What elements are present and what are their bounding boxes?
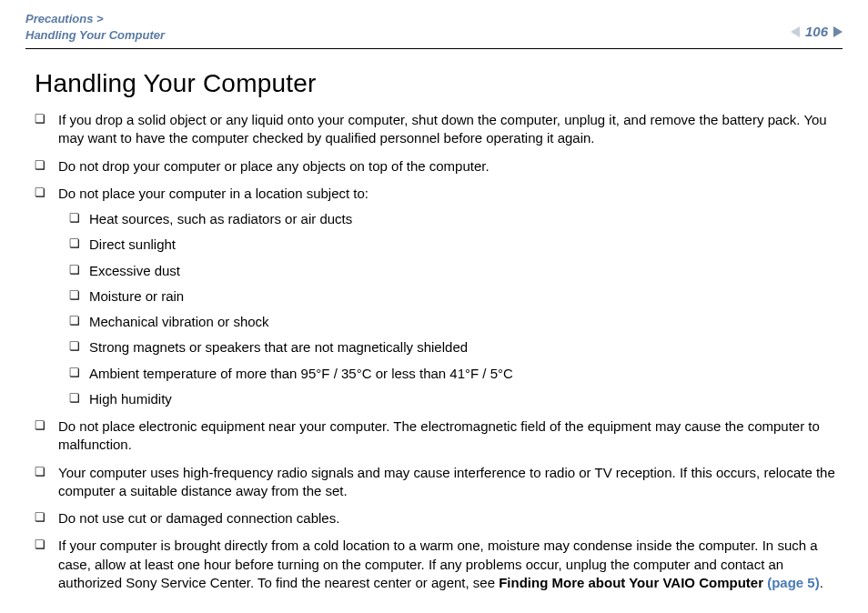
sub-list-item: Mechanical vibration or shock bbox=[89, 313, 837, 331]
sub-list-item: Strong magnets or speakers that are not … bbox=[89, 338, 837, 357]
item-text: If you drop a solid object or any liquid… bbox=[58, 112, 827, 146]
page-nav: 106 bbox=[791, 24, 843, 39]
document-page: Precautions > Handling Your Computer 106… bbox=[0, 0, 868, 613]
sub-list-item: Ambient temperature of more than 95°F / … bbox=[89, 365, 837, 383]
sub-list-item: Heat sources, such as radiators or air d… bbox=[89, 210, 837, 228]
list-item: Your computer uses high-frequency radio … bbox=[55, 464, 837, 501]
breadcrumb-page: Handling Your Computer bbox=[25, 27, 165, 44]
page-header: Precautions > Handling Your Computer 106 bbox=[25, 11, 843, 49]
content-area: Handling Your Computer If you drop a sol… bbox=[25, 69, 843, 592]
sub-list-item: Direct sunlight bbox=[89, 236, 837, 254]
item-text: Do not place your computer in a location… bbox=[58, 186, 368, 201]
sub-list-item: Excessive dust bbox=[89, 262, 837, 280]
breadcrumb-section: Precautions > bbox=[25, 11, 165, 27]
sub-list-item: Moisture or rain bbox=[89, 287, 837, 306]
next-page-icon[interactable] bbox=[833, 26, 843, 37]
list-item: If your computer is brought directly fro… bbox=[55, 537, 837, 592]
item-text-post: . bbox=[820, 575, 823, 590]
precautions-list: If you drop a solid object or any liquid… bbox=[35, 111, 837, 592]
page-title: Handling Your Computer bbox=[35, 69, 837, 98]
page-number: 106 bbox=[805, 24, 828, 39]
item-text: Do not drop your computer or place any o… bbox=[58, 158, 490, 174]
item-text: Do not use cut or damaged connection cab… bbox=[58, 510, 339, 526]
prev-page-icon[interactable] bbox=[791, 26, 800, 37]
item-text: Your computer uses high-frequency radio … bbox=[58, 465, 835, 498]
list-item: If you drop a solid object or any liquid… bbox=[55, 111, 837, 148]
sub-list: Heat sources, such as radiators or air d… bbox=[58, 210, 837, 408]
list-item: Do not place your computer in a location… bbox=[55, 185, 837, 408]
bold-text: Finding More about Your VAIO Computer bbox=[499, 575, 767, 590]
list-item: Do not use cut or damaged connection cab… bbox=[55, 509, 837, 528]
page-link[interactable]: (page 5) bbox=[767, 575, 820, 590]
item-text: Do not place electronic equipment near y… bbox=[58, 418, 820, 452]
list-item: Do not drop your computer or place any o… bbox=[55, 157, 837, 176]
list-item: Do not place electronic equipment near y… bbox=[55, 417, 837, 455]
breadcrumb: Precautions > Handling Your Computer bbox=[25, 11, 165, 43]
sub-list-item: High humidity bbox=[89, 390, 837, 408]
